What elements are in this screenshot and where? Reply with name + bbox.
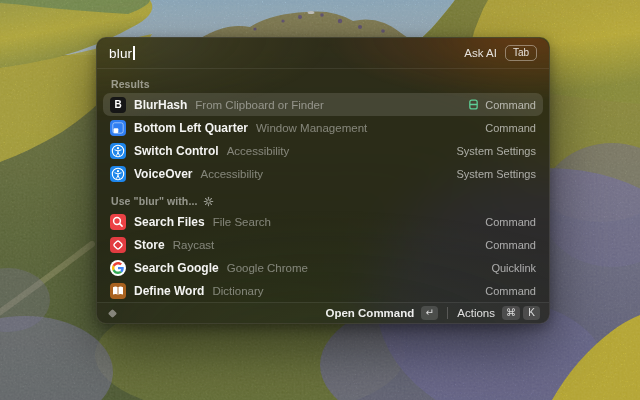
result-title: Store xyxy=(134,238,165,252)
result-accessory: System Settings xyxy=(457,168,536,180)
result-row[interactable]: Switch Control Accessibility System Sett… xyxy=(103,139,543,162)
result-accessory: Command xyxy=(485,122,536,134)
section-header: Use "blur" with... xyxy=(103,185,543,210)
accessory-label: Command xyxy=(485,239,536,251)
result-title: BlurHash xyxy=(134,98,187,112)
return-key-badge: ↵ xyxy=(421,306,438,320)
result-title: Search Google xyxy=(134,261,219,275)
blurhash-icon: B xyxy=(110,97,126,113)
search-bar: blur Ask AI Tab xyxy=(97,38,549,68)
result-title: VoiceOver xyxy=(134,167,192,181)
result-title: Switch Control xyxy=(134,144,219,158)
google-icon xyxy=(110,260,126,276)
accessory-label: Quicklink xyxy=(491,262,536,274)
result-row[interactable]: Define Word Dictionary Command xyxy=(103,279,543,302)
result-row[interactable]: Store Raycast Command xyxy=(103,233,543,256)
accessory-label: Command xyxy=(485,285,536,297)
result-row[interactable]: VoiceOver Accessibility System Settings xyxy=(103,162,543,185)
dictionary-icon xyxy=(110,283,126,299)
result-accessory: Command xyxy=(468,99,536,111)
result-title: Define Word xyxy=(134,284,204,298)
result-row[interactable]: Search Google Google Chrome Quicklink xyxy=(103,256,543,279)
ask-ai-label[interactable]: Ask AI xyxy=(464,47,497,59)
raycast-icon xyxy=(110,237,126,253)
result-title: Search Files xyxy=(134,215,205,229)
launcher-panel: blur Ask AI Tab Results B BlurHash From … xyxy=(96,37,550,324)
section-header: Results xyxy=(103,71,543,93)
menubar-green-icon xyxy=(468,99,479,110)
result-subtitle: Google Chrome xyxy=(227,262,308,274)
search-query: blur xyxy=(109,46,132,61)
tab-key-badge[interactable]: Tab xyxy=(505,45,537,61)
key-badge: K xyxy=(523,306,540,320)
accessibility-icon xyxy=(110,143,126,159)
result-row[interactable]: Bottom Left Quarter Window Management Co… xyxy=(103,116,543,139)
actions-button[interactable]: Actions xyxy=(457,307,495,319)
result-accessory: Command xyxy=(485,216,536,228)
accessory-label: Command xyxy=(485,122,536,134)
results-list: Results B BlurHash From Clipboard or Fin… xyxy=(97,69,549,302)
raycast-logo-icon xyxy=(106,307,119,320)
result-subtitle: Window Management xyxy=(256,122,367,134)
gear-icon[interactable] xyxy=(203,196,214,207)
result-subtitle: Dictionary xyxy=(212,285,263,297)
actions-key-badges: ⌘K xyxy=(502,306,540,320)
result-subtitle: Accessibility xyxy=(200,168,263,180)
accessory-label: Command xyxy=(485,99,536,111)
result-row[interactable]: B BlurHash From Clipboard or Finder Comm… xyxy=(103,93,543,116)
section-label: Results xyxy=(111,78,150,90)
file-search-icon xyxy=(110,214,126,230)
result-accessory: Command xyxy=(485,285,536,297)
footer: Open Command ↵ Actions ⌘K xyxy=(97,302,549,323)
result-row[interactable]: Search Files File Search Command xyxy=(103,210,543,233)
result-accessory: Command xyxy=(485,239,536,251)
result-subtitle: File Search xyxy=(213,216,271,228)
result-accessory: System Settings xyxy=(457,145,536,157)
section-label: Use "blur" with... xyxy=(111,195,197,207)
key-badge: ⌘ xyxy=(502,306,520,320)
accessibility-icon xyxy=(110,166,126,182)
accessory-label: Command xyxy=(485,216,536,228)
search-input[interactable]: blur xyxy=(109,46,135,61)
result-accessory: Quicklink xyxy=(491,262,536,274)
result-title: Bottom Left Quarter xyxy=(134,121,248,135)
accessory-label: System Settings xyxy=(457,168,536,180)
footer-divider xyxy=(447,307,448,319)
open-command-button[interactable]: Open Command xyxy=(325,307,414,319)
text-caret xyxy=(133,46,135,60)
result-subtitle: From Clipboard or Finder xyxy=(195,99,323,111)
result-subtitle: Raycast xyxy=(173,239,215,251)
accessory-label: System Settings xyxy=(457,145,536,157)
window-bottom-left-icon xyxy=(110,120,126,136)
result-subtitle: Accessibility xyxy=(227,145,290,157)
